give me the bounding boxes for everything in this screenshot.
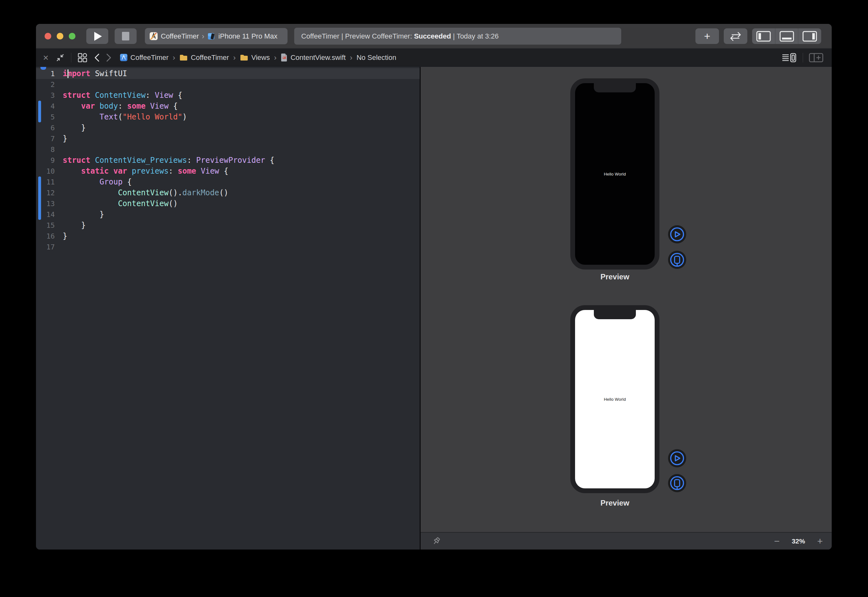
close-window-button[interactable] (44, 33, 51, 40)
run-button[interactable] (86, 28, 108, 44)
jumpbar-divider (71, 53, 71, 62)
line-number[interactable]: 10 (36, 167, 60, 175)
jumpbar-divider (803, 53, 803, 62)
code-line[interactable]: 11 Group { (36, 177, 420, 187)
library-button[interactable]: + (695, 28, 719, 44)
toolbar: CoffeeTimer › iPhone 11 Pro Max CoffeeTi… (36, 24, 832, 48)
code-line[interactable]: 12 ContentView().darkMode() (36, 187, 420, 198)
preview-screen-dark: Hello World (575, 83, 655, 265)
code-line[interactable]: 15 } (36, 220, 420, 231)
stop-button[interactable] (115, 28, 136, 44)
line-number[interactable]: 16 (36, 232, 60, 240)
breadcrumb-project[interactable]: CoffeeTimer (130, 53, 169, 62)
scheme-device-name: iPhone 11 Pro Max (218, 32, 277, 40)
line-number[interactable]: 8 (36, 146, 60, 153)
line-number[interactable]: 15 (36, 221, 60, 229)
breadcrumb-file[interactable]: ContentView.swift (290, 53, 345, 62)
close-editor-icon[interactable]: × (43, 52, 49, 63)
breadcrumb-separator: › (350, 53, 353, 62)
code-line[interactable]: 1import SwiftUI (36, 68, 420, 79)
change-bar (38, 177, 41, 220)
code-line[interactable]: 2 (36, 79, 420, 90)
breadcrumb-group[interactable]: CoffeeTimer (191, 53, 229, 62)
breadcrumb-separator: › (173, 53, 175, 62)
preview-label: Preview (570, 272, 659, 281)
line-number[interactable]: 2 (36, 80, 60, 89)
code-line[interactable]: 17 (36, 242, 420, 252)
code-line[interactable]: 5 Text("Hello World") (36, 111, 420, 122)
status-prefix: CoffeeTimer | Preview CoffeeTimer: (301, 32, 414, 40)
breadcrumb-views-group[interactable]: Views (251, 53, 270, 62)
live-preview-button[interactable] (668, 225, 686, 244)
zoom-level: 32% (792, 538, 805, 545)
xcode-project-icon (149, 32, 158, 40)
code-line[interactable]: 4 var body: some View { (36, 101, 420, 111)
code-text: } (63, 220, 86, 231)
zoom-controls: − 32% + (774, 536, 823, 547)
code-line[interactable]: 7} (36, 133, 420, 144)
code-text: import SwiftUI (63, 68, 127, 79)
preview-device-dark[interactable]: Hello World (570, 79, 659, 269)
editor-mode-button[interactable] (724, 28, 747, 44)
activity-status: CoffeeTimer | Preview CoffeeTimer: Succe… (294, 28, 621, 45)
toggle-debug-area-button[interactable] (775, 28, 798, 44)
live-preview-button[interactable] (668, 449, 686, 467)
code-text: var body: some View { (63, 101, 178, 111)
preview-text: Hello World (604, 397, 626, 402)
breadcrumb-selection[interactable]: No Selection (357, 53, 396, 62)
line-number[interactable]: 3 (36, 91, 60, 100)
status-result: Succeeded (414, 32, 451, 40)
bottom-panel-icon (779, 31, 794, 42)
code-text: static var previews: some View { (63, 166, 228, 177)
code-line[interactable]: 6 } (36, 122, 420, 133)
add-editor-button[interactable] (809, 52, 824, 63)
go-back-button[interactable] (93, 53, 101, 62)
pin-icon[interactable] (431, 536, 441, 546)
code-line[interactable]: 13 ContentView() (36, 198, 420, 209)
line-number[interactable]: 1 (36, 70, 60, 78)
code-line[interactable]: 9struct ContentView_Previews: PreviewPro… (36, 155, 420, 166)
preview-label: Preview (570, 499, 659, 508)
code-text: Group { (63, 177, 132, 187)
code-text: ContentView() (63, 198, 178, 209)
line-number[interactable]: 17 (36, 243, 60, 251)
folder-icon (240, 54, 248, 61)
preview-screen-light: Hello World (575, 310, 655, 489)
code-line[interactable]: 16} (36, 231, 420, 242)
source-editor[interactable]: 1import SwiftUI23struct ContentView: Vie… (36, 67, 420, 549)
line-number[interactable]: 6 (36, 124, 60, 132)
collapse-editor-icon[interactable] (55, 53, 65, 63)
line-number[interactable]: 7 (36, 135, 60, 143)
related-items-icon[interactable] (77, 52, 88, 63)
zoom-out-button[interactable]: − (774, 536, 780, 547)
code-line[interactable]: 10 static var previews: some View { (36, 166, 420, 177)
go-forward-button[interactable] (104, 53, 113, 62)
code-text: } (63, 122, 86, 133)
preview-device-light[interactable]: Hello World (570, 305, 659, 493)
preview-on-device-button[interactable] (668, 251, 686, 269)
editor-options-button[interactable] (782, 52, 797, 63)
app-icon (120, 53, 128, 61)
swap-arrows-icon (729, 31, 742, 41)
swift-file-icon (280, 53, 287, 62)
stop-icon (122, 32, 129, 40)
code-line[interactable]: 14 } (36, 209, 420, 220)
code-line[interactable]: 3struct ContentView: View { (36, 90, 420, 101)
code-text: struct ContentView: View { (63, 90, 182, 101)
toggle-inspectors-button[interactable] (798, 28, 821, 44)
scheme-selector[interactable]: CoffeeTimer › iPhone 11 Pro Max (145, 28, 287, 44)
minimize-window-button[interactable] (57, 33, 64, 40)
line-number[interactable]: 9 (36, 156, 60, 164)
zoom-window-button[interactable] (69, 33, 76, 40)
code-text: Text("Hello World") (63, 111, 187, 122)
preview-on-device-button[interactable] (668, 474, 686, 492)
zoom-in-button[interactable]: + (817, 536, 823, 547)
code-line[interactable]: 8 (36, 144, 420, 155)
toggle-navigator-button[interactable] (752, 28, 775, 44)
right-panel-icon (803, 31, 817, 42)
breadcrumb-separator: › (233, 53, 236, 62)
code-text: } (63, 209, 104, 220)
text-cursor (68, 70, 68, 78)
device-icon (207, 32, 216, 40)
status-time: | Today at 3:26 (451, 32, 499, 40)
